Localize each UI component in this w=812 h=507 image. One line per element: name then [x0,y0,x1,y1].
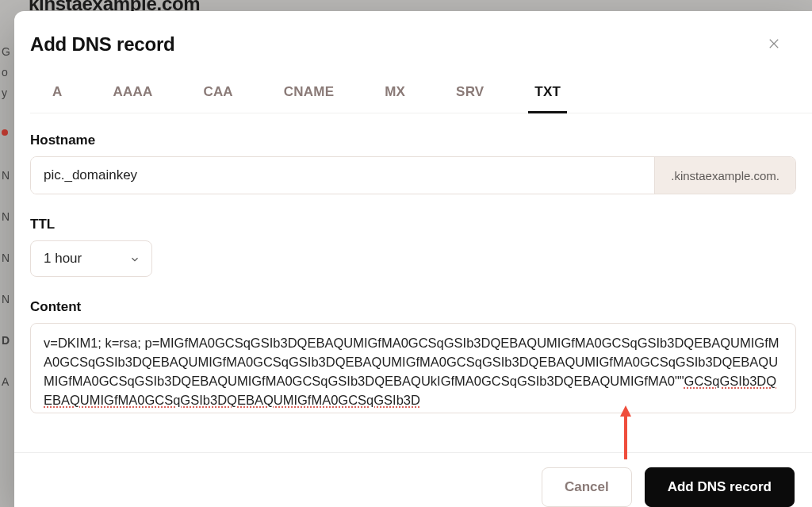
tab-a[interactable]: A [46,73,68,113]
ttl-selected-value: 1 hour [44,251,82,267]
status-dot-icon [2,129,8,136]
hostname-input[interactable] [31,157,654,194]
modal-footer: Cancel Add DNS record [14,452,812,507]
tab-mx[interactable]: MX [378,73,412,113]
content-textarea[interactable]: v=DKIM1; k=rsa; p=MIGfMA0GCSqGSIb3DQEBAQ… [30,323,796,413]
hostname-label: Hostname [30,133,796,148]
tab-caa[interactable]: CAA [197,73,239,113]
ttl-label: TTL [30,217,796,232]
close-icon [767,36,781,53]
ttl-select[interactable]: 1 hour [30,240,152,277]
chevron-down-icon [129,253,140,264]
record-type-tabs: A AAAA CAA CNAME MX SRV TXT [30,73,812,113]
tab-srv[interactable]: SRV [450,73,490,113]
add-dns-record-modal: Add DNS record A AAAA CAA CNAME MX SRV T… [14,11,812,507]
tab-cname[interactable]: CNAME [278,73,340,113]
modal-title: Add DNS record [30,33,175,56]
cancel-button[interactable]: Cancel [542,467,632,507]
tab-txt[interactable]: TXT [528,73,567,113]
hostname-field: .kinstaexample.com. [30,156,796,194]
content-value-head: v=DKIM1; k=rsa; p=MIGfMA0GCSqGSIb3DQEBAQ… [44,336,779,388]
close-button[interactable] [763,33,785,56]
hostname-suffix: .kinstaexample.com. [654,157,795,194]
add-dns-record-button[interactable]: Add DNS record [645,467,795,507]
content-label: Content [30,299,796,315]
tab-aaaa[interactable]: AAAA [106,73,159,113]
